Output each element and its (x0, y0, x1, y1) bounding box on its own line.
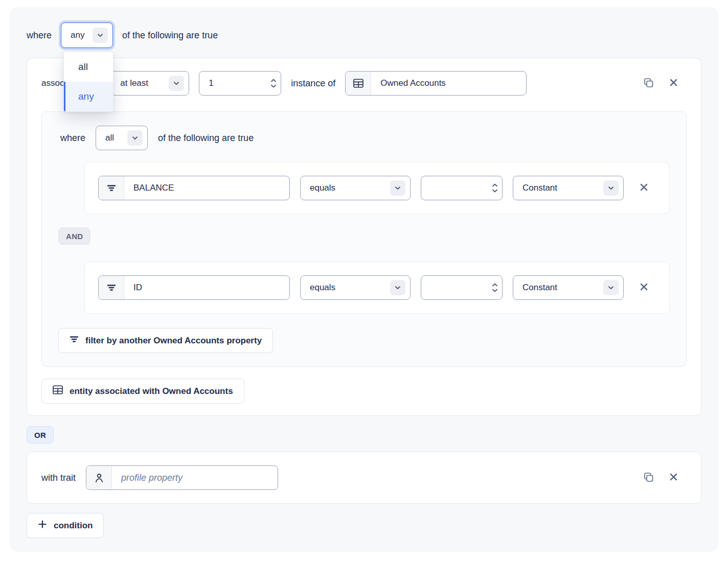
with-trait-label: with trait (41, 473, 76, 483)
copy-icon (643, 472, 654, 484)
menu-item-all[interactable]: all (64, 52, 113, 82)
value-stepper (492, 184, 497, 193)
operator-value: equals (310, 283, 335, 293)
table-icon (346, 72, 371, 95)
stepper-up-icon[interactable] (492, 184, 497, 187)
condition-row: ID equals Constant (84, 262, 670, 314)
table-icon (53, 385, 63, 397)
property-name: ID (124, 276, 289, 299)
quantifier-value: at least (120, 78, 148, 88)
property-select[interactable]: ID (98, 275, 290, 300)
root-match-value: any (71, 30, 84, 40)
remove-condition-button[interactable] (669, 472, 678, 483)
stepper-up-icon[interactable] (492, 284, 497, 287)
quantifier-select[interactable]: at least (110, 71, 189, 96)
value-input[interactable] (421, 176, 502, 200)
chevron-down-icon (390, 280, 405, 295)
count-stepper (271, 79, 276, 88)
stepper-down-icon[interactable] (492, 190, 497, 193)
add-condition-label: condition (54, 521, 93, 531)
chevron-down-icon (127, 130, 143, 146)
instance-of-label: instance of (291, 78, 335, 89)
value-type: Constant (522, 183, 557, 193)
match-dropdown-wrap: any all any (61, 22, 113, 48)
close-icon (669, 472, 678, 483)
card-actions (643, 472, 687, 484)
remove-filter-button[interactable] (639, 282, 649, 293)
value-input[interactable] (421, 276, 502, 299)
property-name: BALANCE (124, 176, 289, 200)
remove-filter-button[interactable] (639, 182, 649, 194)
trait-condition-card: with trait (27, 452, 701, 504)
instance-count-box (199, 71, 281, 96)
or-connector-row: OR (27, 416, 701, 443)
stepper-up-icon[interactable] (271, 79, 276, 82)
stepper-down-icon[interactable] (271, 85, 276, 88)
audience-builder-panel: where any all any of the following are t… (9, 7, 719, 552)
close-icon (639, 182, 649, 194)
chevron-down-icon (169, 76, 184, 91)
chevron-down-icon (603, 180, 619, 196)
entity-select[interactable]: Owned Accounts (345, 71, 527, 96)
trait-property-field (86, 465, 278, 490)
chevron-down-icon (93, 28, 108, 43)
add-property-filter-button[interactable]: filter by another Owned Accounts propert… (58, 328, 273, 353)
copy-icon (643, 77, 654, 90)
value-type-select[interactable]: Constant (513, 275, 624, 300)
add-condition-button[interactable]: condition (27, 513, 104, 538)
plus-icon (38, 520, 47, 531)
and-connector-badge: AND (58, 227, 90, 245)
add-property-filter-label: filter by another Owned Accounts propert… (85, 336, 262, 346)
instance-count-input[interactable] (199, 72, 281, 95)
match-suffix-label: of the following are true (122, 30, 218, 41)
match-suffix-label: of the following are true (158, 133, 254, 144)
value-type-select[interactable]: Constant (513, 176, 624, 200)
value-box (421, 176, 503, 200)
where-label: where (60, 133, 85, 144)
filter-icon (99, 176, 124, 200)
nested-match-row: where all of the following are true (60, 126, 670, 150)
chevron-down-icon (603, 280, 619, 295)
value-type: Constant (522, 283, 557, 293)
menu-item-any[interactable]: any (64, 82, 113, 111)
where-label: where (27, 30, 52, 41)
value-box (421, 275, 503, 300)
operator-select[interactable]: equals (300, 176, 411, 200)
nested-match-value: all (105, 133, 114, 143)
value-stepper (492, 284, 497, 292)
root-match-select[interactable]: any (61, 22, 113, 48)
and-connector-row: AND (58, 214, 670, 262)
remove-condition-button[interactable] (669, 78, 678, 89)
root-match-row: where any all any of the following are t… (27, 22, 701, 48)
person-icon (86, 466, 112, 489)
close-icon (639, 282, 649, 293)
condition-row: BALANCE equals Constant (84, 162, 670, 214)
copy-button[interactable] (643, 472, 654, 484)
filter-icon (70, 335, 79, 346)
trait-property-input[interactable] (112, 473, 278, 483)
copy-button[interactable] (643, 77, 654, 90)
card-actions (643, 77, 687, 90)
entity-associated-button[interactable]: entity associated with Owned Accounts (41, 379, 244, 404)
entity-name: Owned Accounts (371, 72, 526, 95)
or-connector-badge: OR (27, 426, 54, 443)
nested-filter-group: where all of the following are true BALA… (41, 111, 687, 367)
close-icon (669, 78, 678, 89)
stepper-down-icon[interactable] (492, 289, 497, 292)
operator-value: equals (310, 183, 335, 193)
operator-select[interactable]: equals (300, 275, 411, 300)
chevron-down-icon (390, 180, 405, 196)
association-condition-card: associated with at least instance of (27, 58, 701, 416)
filter-icon (99, 276, 124, 299)
entity-associated-label: entity associated with Owned Accounts (70, 386, 233, 396)
property-select[interactable]: BALANCE (98, 176, 290, 200)
match-dropdown-menu: all any (63, 52, 113, 112)
association-row: associated with at least instance of (41, 71, 687, 96)
nested-match-select[interactable]: all (96, 126, 148, 150)
